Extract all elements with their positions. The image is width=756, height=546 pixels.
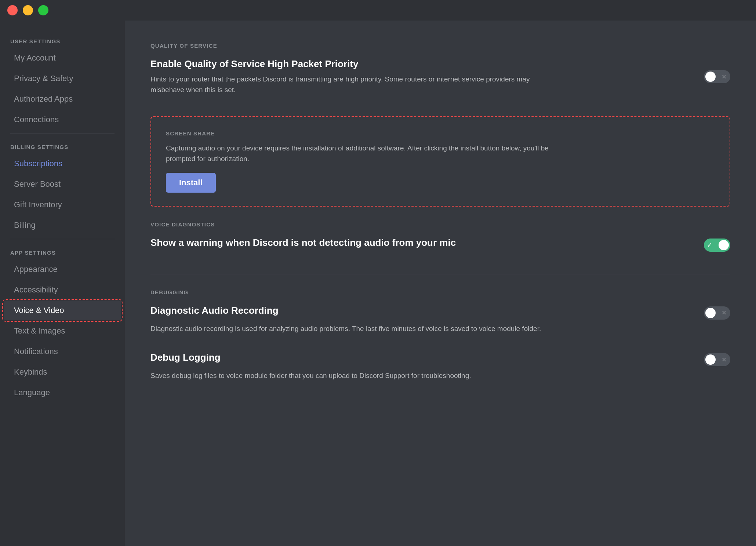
sidebar-item-subscriptions[interactable]: Subscriptions [4, 154, 121, 174]
diagnostic-audio-x-icon: ✕ [719, 308, 729, 318]
voice-diagnostics-category: VOICE DIAGNOSTICS [150, 221, 730, 228]
debug-logging-row: Debug Logging ✕ [150, 349, 730, 371]
close-button[interactable] [7, 5, 18, 15]
sidebar-item-keybinds[interactable]: Keybinds [4, 362, 121, 382]
traffic-lights [7, 5, 48, 15]
quality-of-service-category: QUALITY OF SERVICE [150, 43, 730, 49]
sidebar-item-voice-video[interactable]: Voice & Video [4, 301, 121, 320]
debug-logging-knob [705, 354, 716, 365]
debugging-category: DEBUGGING [150, 289, 730, 295]
sidebar-item-language[interactable]: Language [4, 383, 121, 403]
debug-logging-toggle[interactable]: ✕ [704, 353, 730, 366]
sidebar-item-billing[interactable]: Billing [4, 215, 121, 235]
sidebar-item-my-account[interactable]: My Account [4, 48, 121, 68]
app-settings-label: APP SETTINGS [0, 243, 125, 259]
titlebar [0, 0, 756, 21]
billing-settings-label: BILLING SETTINGS [0, 137, 125, 153]
diagnostic-audio-toggle[interactable]: ✕ [704, 306, 730, 320]
sidebar-item-appearance[interactable]: Appearance [4, 259, 121, 279]
voice-diagnostics-row: Show a warning when Discord is not detec… [150, 234, 730, 256]
divider-debugging [150, 274, 730, 274]
voice-diagnostics-check-icon: ✓ [707, 241, 712, 249]
maximize-button[interactable] [38, 5, 48, 15]
sidebar-item-authorized-apps[interactable]: Authorized Apps [4, 89, 121, 109]
diagnostic-audio-row: Diagnostic Audio Recording ✕ [150, 302, 730, 324]
diagnostic-audio-title: Diagnostic Audio Recording [150, 305, 279, 316]
minimize-button[interactable] [23, 5, 33, 15]
qos-title: Enable Quality of Service High Packet Pr… [150, 58, 554, 70]
debug-logging-x-icon: ✕ [719, 354, 729, 365]
qos-text: Enable Quality of Service High Packet Pr… [150, 58, 554, 95]
qos-toggle-x-icon: ✕ [719, 72, 729, 82]
debug-logging-title: Debug Logging [150, 352, 221, 363]
sidebar-item-accessibility[interactable]: Accessibility [4, 280, 121, 300]
sidebar-item-connections[interactable]: Connections [4, 110, 121, 130]
quality-of-service-section: QUALITY OF SERVICE Enable Quality of Ser… [150, 43, 730, 98]
sidebar-item-text-images[interactable]: Text & Images [4, 321, 121, 341]
screen-share-description: Capturing audio on your device requires … [166, 143, 570, 164]
debug-logging-text: Debug Logging [150, 352, 221, 368]
sidebar-item-server-boost[interactable]: Server Boost [4, 174, 121, 194]
voice-diagnostics-knob [719, 240, 729, 250]
screen-share-section: SCREEN SHARE Capturing audio on your dev… [150, 116, 730, 207]
install-button[interactable]: Install [166, 173, 216, 193]
qos-toggle[interactable]: ✕ [704, 70, 730, 83]
app-container: USER SETTINGS My Account Privacy & Safet… [0, 21, 756, 546]
diagnostic-audio-description: Diagnostic audio recording is used for a… [150, 324, 554, 334]
screen-share-category: SCREEN SHARE [166, 130, 715, 136]
voice-diagnostics-toggle[interactable]: ✓ [704, 239, 730, 252]
debug-logging-description: Saves debug log files to voice module fo… [150, 371, 554, 381]
main-content: QUALITY OF SERVICE Enable Quality of Ser… [125, 21, 756, 546]
sidebar-item-notifications[interactable]: Notifications [4, 342, 121, 361]
sidebar-item-gift-inventory[interactable]: Gift Inventory [4, 195, 121, 215]
qos-setting-row: Enable Quality of Service High Packet Pr… [150, 55, 730, 98]
voice-diagnostics-section: VOICE DIAGNOSTICS Show a warning when Di… [150, 221, 730, 256]
user-settings-label: USER SETTINGS [0, 32, 125, 47]
sidebar-divider-1 [10, 133, 115, 134]
qos-toggle-knob [705, 72, 716, 82]
sidebar: USER SETTINGS My Account Privacy & Safet… [0, 21, 125, 546]
voice-diagnostics-title: Show a warning when Discord is not detec… [150, 237, 456, 248]
qos-description: Hints to your router that the packets Di… [150, 74, 554, 95]
sidebar-divider-2 [10, 239, 115, 239]
diagnostic-audio-knob [705, 308, 716, 318]
sidebar-item-privacy-safety[interactable]: Privacy & Safety [4, 69, 121, 88]
diagnostic-audio-text: Diagnostic Audio Recording [150, 305, 279, 321]
debugging-section: DEBUGGING Diagnostic Audio Recording ✕ D… [150, 289, 730, 381]
